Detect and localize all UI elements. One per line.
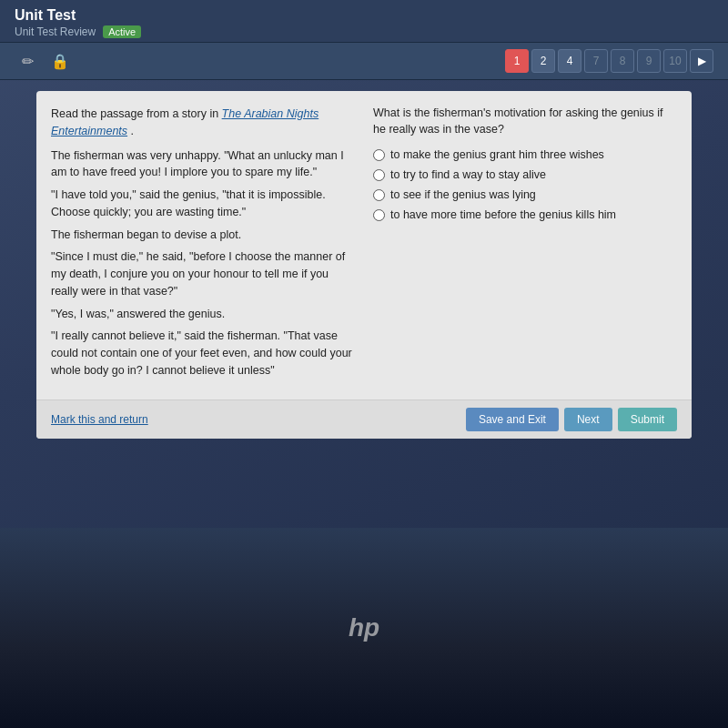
passage-para-4: "Since I must die," he said, "before I c…: [51, 248, 355, 299]
option-1[interactable]: to make the genius grant him three wishe…: [373, 148, 677, 161]
hp-logo: hp: [349, 613, 379, 642]
passage-para-6: "I really cannot believe it," said the f…: [51, 328, 355, 379]
passage-column: Read the passage from a story in The Ara…: [51, 106, 355, 385]
save-exit-button[interactable]: Save and Exit: [466, 408, 559, 431]
option-3[interactable]: to see if the genius was lying: [373, 188, 677, 201]
submit-button[interactable]: Submit: [618, 408, 677, 431]
bottom-area: hp: [0, 528, 728, 728]
page-btn-4[interactable]: 4: [558, 49, 581, 73]
toolbar: ✏ 🔒 1 2 4 7 8 9 10 ▶: [0, 43, 728, 80]
page-btn-2[interactable]: 2: [531, 49, 555, 73]
radio-1[interactable]: [373, 149, 385, 161]
passage-intro-end: .: [131, 125, 134, 137]
quiz-card: Read the passage from a story in The Ara…: [36, 91, 692, 439]
page-btn-1[interactable]: 1: [505, 49, 529, 73]
next-button[interactable]: Next: [564, 408, 612, 431]
radio-4[interactable]: [373, 209, 385, 221]
option-1-label: to make the genius grant him three wishe…: [390, 148, 604, 161]
option-3-label: to see if the genius was lying: [390, 188, 536, 201]
page-btn-7[interactable]: 7: [584, 49, 608, 73]
radio-3[interactable]: [373, 189, 385, 201]
lock-icon[interactable]: 🔒: [47, 48, 73, 74]
options-list: to make the genius grant him three wishe…: [373, 148, 677, 221]
quiz-footer: Mark this and return Save and Exit Next …: [36, 399, 692, 439]
passage-intro-text: Read the passage from a story in: [51, 107, 222, 120]
main-content: Read the passage from a story in The Ara…: [0, 80, 728, 528]
next-page-arrow[interactable]: ▶: [690, 49, 713, 73]
pagination: 1 2 4 7 8 9 10 ▶: [505, 49, 713, 73]
option-2[interactable]: to try to find a way to stay alive: [373, 168, 677, 181]
footer-buttons: Save and Exit Next Submit: [466, 408, 677, 431]
passage-intro: Read the passage from a story in The Ara…: [51, 106, 355, 140]
radio-2[interactable]: [373, 169, 385, 181]
option-4[interactable]: to have more time before the genius kill…: [373, 208, 677, 221]
question-text: What is the fisherman's motivation for a…: [373, 106, 677, 137]
passage-para-2: "I have told you," said the genius, "tha…: [51, 187, 355, 221]
option-4-label: to have more time before the genius kill…: [390, 208, 616, 221]
mark-return-link[interactable]: Mark this and return: [51, 413, 148, 426]
option-2-label: to try to find a way to stay alive: [390, 168, 546, 181]
passage-para-3: The fisherman began to devise a plot.: [51, 227, 355, 244]
top-bar: Unit Test Unit Test Review Active: [0, 0, 728, 43]
unit-test-review-label: Unit Test Review: [15, 25, 96, 38]
passage-para-1: The fisherman was very unhappy. "What an…: [51, 147, 355, 182]
pencil-icon[interactable]: ✏: [15, 48, 40, 74]
passage-para-5: "Yes, I was," answered the genius.: [51, 306, 355, 323]
quiz-body: Read the passage from a story in The Ara…: [36, 91, 692, 399]
page-btn-9[interactable]: 9: [637, 49, 661, 73]
page-title: Unit Test: [15, 7, 76, 24]
status-badge: Active: [103, 25, 141, 38]
question-column: What is the fisherman's motivation for a…: [373, 106, 677, 385]
page-btn-10[interactable]: 10: [663, 49, 687, 73]
page-btn-8[interactable]: 8: [611, 49, 634, 73]
